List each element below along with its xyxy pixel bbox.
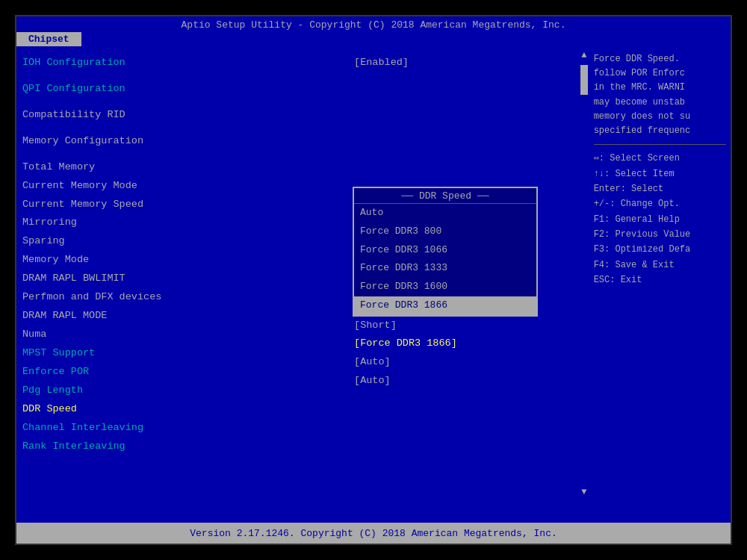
menu-pdg-length[interactable]: Pdg Length xyxy=(22,382,342,400)
scroll-up-arrow[interactable]: ▲ xyxy=(581,49,586,62)
key-select-item: ↑↓: Select Item xyxy=(594,167,726,181)
menu-compat-rid[interactable]: Compatibility RID xyxy=(22,106,342,125)
scroll-thumb[interactable] xyxy=(580,65,588,95)
bios-screen: Aptio Setup Utility - Copyright (C) 2018… xyxy=(15,15,732,545)
menu-sparing: Sparing xyxy=(22,232,342,251)
ddr-option-auto[interactable]: Auto xyxy=(354,204,536,223)
ddr-option-800[interactable]: Force DDR3 800 xyxy=(354,223,536,241)
menu-dram-rapl-bwlimit[interactable]: DRAM RAPL BWLIMIT xyxy=(22,270,342,288)
key-f4: F4: Save & Exit xyxy=(594,258,726,273)
menu-rank-interleaving[interactable]: Rank Interleaving xyxy=(22,438,342,456)
menu-channel-interleaving[interactable]: Channel Interleaving xyxy=(22,419,342,438)
key-select-screen: ⇔: Select Screen xyxy=(594,151,726,166)
menu-current-memory-speed: Current Memory Speed xyxy=(22,196,342,214)
val-short: [Short] xyxy=(354,317,573,335)
key-change-opt: +/-: Change Opt. xyxy=(594,196,726,211)
footer-text: Version 2.17.1246. Copyright (C) 2018 Am… xyxy=(190,528,557,539)
menu-ddr-speed[interactable]: DDR Speed xyxy=(22,400,342,419)
chipset-tab[interactable]: Chipset xyxy=(16,32,81,46)
val-auto-2: [Auto] xyxy=(354,353,573,372)
help-description: Force DDR Speed. follow POR Enforc in th… xyxy=(594,52,726,138)
key-esc: ESC: Exit xyxy=(594,273,726,287)
menu-total-memory: Total Memory xyxy=(22,158,342,177)
menu-perfmon[interactable]: Perfmon and DFX devices xyxy=(22,288,342,307)
help-line-3: in the MRC. WARNI xyxy=(594,81,726,95)
key-f1: F1: General Help xyxy=(594,212,726,227)
tab-row: Chipset xyxy=(16,32,731,46)
header: Aptio Setup Utility - Copyright (C) 2018… xyxy=(16,16,731,46)
dropdown-title: ── DDR Speed ── xyxy=(354,188,536,204)
key-f2: F2: Previous Value xyxy=(594,227,726,242)
key-f3: F3: Optimized Defa xyxy=(594,242,726,257)
key-enter: Enter: Select xyxy=(594,181,726,196)
help-line-5: memory does not su xyxy=(594,110,726,124)
footer-bar: Version 2.17.1246. Copyright (C) 2018 Am… xyxy=(16,523,731,544)
menu-mpst[interactable]: MPST Support xyxy=(22,344,342,363)
menu-memory-config: Memory Configuration xyxy=(22,132,342,151)
help-line-1: Force DDR Speed. xyxy=(594,52,726,66)
help-line-6: specified frequenc xyxy=(594,124,726,138)
val-enabled: [Enabled] xyxy=(354,54,573,72)
scroll-down-arrow[interactable]: ▼ xyxy=(581,486,586,499)
menu-enforce-por[interactable]: Enforce POR xyxy=(22,363,342,382)
menu-qpi[interactable]: QPI Configuration xyxy=(22,80,342,99)
menu-ioh[interactable]: IOH Configuration xyxy=(22,54,342,72)
help-keys: ⇔: Select Screen ↑↓: Select Item Enter: … xyxy=(594,151,726,288)
val-auto-3: [Auto] xyxy=(354,372,573,391)
ddr-option-1866[interactable]: Force DDR3 1866 xyxy=(354,296,536,315)
ddr-speed-dropdown[interactable]: ── DDR Speed ── Auto Force DDR3 800 Forc… xyxy=(353,187,538,317)
help-line-4: may become unstab xyxy=(594,96,726,110)
help-line-2: follow POR Enforc xyxy=(594,66,726,81)
ddr-option-1600[interactable]: Force DDR3 1600 xyxy=(354,278,536,296)
menu-current-memory-mode: Current Memory Mode xyxy=(22,177,342,196)
menu-memory-mode[interactable]: Memory Mode xyxy=(22,251,342,270)
header-title: Aptio Setup Utility - Copyright (C) 2018… xyxy=(16,19,731,31)
ddr-option-1066[interactable]: Force DDR3 1066 xyxy=(354,241,536,260)
ddr-option-1333[interactable]: Force DDR3 1333 xyxy=(354,259,536,278)
menu-dram-rapl-mode[interactable]: DRAM RAPL MODE xyxy=(22,307,342,326)
help-divider xyxy=(594,144,726,145)
help-panel: Force DDR Speed. follow POR Enforc in th… xyxy=(589,46,731,499)
val-ddr-speed: [Force DDR3 1866] xyxy=(354,335,573,353)
left-panel: IOH Configuration QPI Configuration Comp… xyxy=(16,46,348,499)
menu-mirroring: Mirroring xyxy=(22,214,342,232)
menu-numa[interactable]: Numa xyxy=(22,326,342,344)
scrollbar[interactable]: ▲ ▼ xyxy=(579,46,589,499)
